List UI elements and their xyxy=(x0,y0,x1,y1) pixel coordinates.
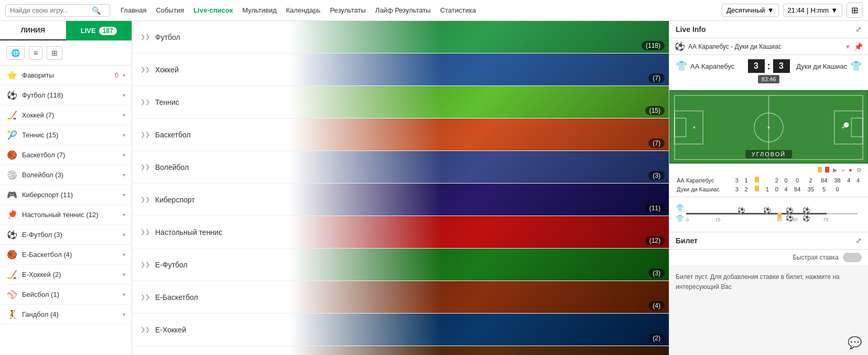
sport-row-name-4: Волейбол xyxy=(155,163,189,171)
match-time-badge: 83:46 xyxy=(758,75,780,83)
stats-t2-v2: 2 xyxy=(742,185,751,193)
ticket-title: Билет xyxy=(676,236,698,245)
sport-row-0[interactable]: ❯❯ Футбол (118) xyxy=(132,21,669,53)
sport-row-name-8: Е-Баскетбол xyxy=(155,293,198,302)
sport-row-left-8: ❯❯ Е-Баскетбол xyxy=(132,293,289,302)
stats-t1-v2: 1 xyxy=(742,176,751,185)
stats-t1-v1: 3 xyxy=(732,176,742,185)
nav-link--------[interactable]: События xyxy=(156,6,184,14)
nav-link--------[interactable]: Главная xyxy=(121,6,146,14)
nav-link----------------[interactable]: Лайф Результаты xyxy=(375,6,431,14)
svg-point-6 xyxy=(693,126,695,128)
sidebar-item-6[interactable]: 🎮 Киберспорт (11) ▾ xyxy=(0,185,132,205)
sport-row-image-6: (12) xyxy=(289,216,669,249)
nav-link-----------[interactable]: Результаты xyxy=(330,6,365,14)
sport-row-image-8: (4) xyxy=(289,281,669,314)
ticket-expand-icon[interactable]: ⤢ xyxy=(855,236,862,245)
nav-link----------[interactable]: Мультивид xyxy=(242,6,277,14)
sport-row-chevron-8: ❯❯ xyxy=(140,294,150,300)
svg-point-10 xyxy=(844,122,849,127)
stats-t2-v9: 0 xyxy=(831,185,844,193)
sport-row-chevron-9: ❯❯ xyxy=(140,326,150,333)
sport-row-name-3: Баскетбол xyxy=(155,131,191,139)
nav-link-----------[interactable]: Статистика xyxy=(440,6,476,14)
sport-row-3[interactable]: ❯❯ Баскетбол (7) xyxy=(132,119,669,151)
grid-view-button[interactable]: ⊞ xyxy=(847,3,863,18)
top-navigation: 🔍 ГлавнаяСобытияLive-списокМультивидКале… xyxy=(0,0,868,21)
search-box[interactable]: 🔍 xyxy=(5,4,110,17)
quick-bet-toggle[interactable] xyxy=(843,253,862,262)
sport-row-1[interactable]: ❯❯ Хоккей (7) xyxy=(132,53,669,86)
soccer-field: УГЛОВОЙ xyxy=(669,90,868,164)
sport-row-name-9: Е-Хоккей xyxy=(155,326,186,334)
sport-row-6[interactable]: ❯❯ Настольный теннис (12) xyxy=(132,216,669,249)
sidebar-item-label-3: Теннис (15) xyxy=(22,131,118,139)
sidebar-item-4[interactable]: 🏀 Баскетбол (7) ▾ xyxy=(0,145,132,165)
sport-row-10[interactable]: ❯❯ Бейсбол (1) xyxy=(132,346,669,355)
sport-row-count-1: (7) xyxy=(648,73,665,83)
grid-icon-button[interactable]: ⊞ xyxy=(47,46,62,60)
sport-row-left-0: ❯❯ Футбол xyxy=(132,33,289,41)
pin-icon[interactable]: 📌 xyxy=(854,42,863,51)
sport-row-left-7: ❯❯ Е-Футбол xyxy=(132,261,289,269)
chat-icon-button[interactable]: 💬 xyxy=(848,336,862,350)
match-selector[interactable]: ⚽ АА Карапебус - Дуки ди Кашиас ▼ 📌 xyxy=(669,38,868,55)
sport-row-4[interactable]: ❯❯ Волейбол (3) xyxy=(132,151,669,184)
score2: 3 xyxy=(773,59,790,73)
odds-format-dropdown[interactable]: Десятичный ▼ xyxy=(722,4,778,17)
sidebar-item-2[interactable]: 🏒 Хоккей (7) ▾ xyxy=(0,105,132,125)
sidebar-chevron-8: ▾ xyxy=(123,232,125,238)
globe-icon-button[interactable]: 🌐 xyxy=(6,46,25,60)
search-icon: 🔍 xyxy=(92,6,101,15)
sidebar-item-7[interactable]: 🏓 Настольный теннис (12) ▾ xyxy=(0,205,132,225)
sport-icon-7: 🏓 xyxy=(6,210,18,220)
time-display[interactable]: 21:44 | H:mm ▼ xyxy=(783,4,842,17)
sport-row-chevron-4: ❯❯ xyxy=(140,164,150,170)
svg-rect-8 xyxy=(851,118,863,137)
expand-icon[interactable]: ⤢ xyxy=(855,25,862,34)
sport-row-7[interactable]: ❯❯ Е-Футбол (3) xyxy=(132,249,669,281)
sidebar-item-9[interactable]: 🏀 Е-Баскетбол (4) ▾ xyxy=(0,245,132,265)
sidebar-item-12[interactable]: 🤾 Гандбол (4) ▾ xyxy=(0,305,132,325)
sidebar-item-10[interactable]: 🏒 Е-Хоккей (2) ▾ xyxy=(0,265,132,285)
sidebar-item-5[interactable]: 🏐 Волейбол (3) ▾ xyxy=(0,165,132,185)
sport-row-2[interactable]: ❯❯ Теннис (15) xyxy=(132,86,669,119)
ticket-empty-text: Билет пуст. Для добавления ставки в биле… xyxy=(669,266,868,298)
sport-icon-6: 🎮 xyxy=(6,190,18,200)
time-format: H:mm xyxy=(810,6,829,14)
sport-row-chevron-6: ❯❯ xyxy=(140,229,150,235)
sidebar-item-0[interactable]: ⭐ Фавориты 0 ▾ xyxy=(0,66,132,85)
stats-table: АА Карапебус 3 1 2 0 0 2 84 38 4 4 Дуки … xyxy=(675,176,863,193)
tab-liniya[interactable]: ЛИНИЯ xyxy=(0,21,66,40)
time-chevron-icon: ▼ xyxy=(831,6,838,14)
sport-row-chevron-3: ❯❯ xyxy=(140,131,150,138)
sidebar-item-label-12: Гандбол (4) xyxy=(22,310,118,318)
stats-t1-v4: 0 xyxy=(782,176,791,185)
match-selector-chevron: ▼ xyxy=(845,44,851,50)
nav-link----------[interactable]: Календарь xyxy=(286,6,321,14)
search-input[interactable] xyxy=(10,6,89,14)
list-icon-button[interactable]: ≡ xyxy=(29,46,42,60)
timeline-event-4: ⚽ xyxy=(802,207,810,214)
sport-row-9[interactable]: ❯❯ Е-Хоккей (2) xyxy=(132,314,669,346)
sidebar-item-11[interactable]: ⚾ Бейсбол (1) ▾ xyxy=(0,285,132,305)
timeline-event-6: ⚽ xyxy=(802,214,810,222)
nav-link-live-------[interactable]: Live-список xyxy=(193,6,233,14)
sport-row-count-8: (4) xyxy=(648,301,665,310)
sport-row-image-1: (7) xyxy=(289,53,669,86)
sport-row-image-10: (1) xyxy=(289,346,669,355)
timeline-yellow-card xyxy=(777,212,782,220)
ticket-section: Билет ⤢ Быстрая ставка Билет пуст. Для д… xyxy=(669,232,868,355)
match-ball-icon: ⚽ xyxy=(675,41,685,51)
sidebar-item-label-4: Баскетбол (7) xyxy=(22,151,118,159)
tab-live[interactable]: LIVE 187 xyxy=(66,21,132,40)
sport-row-count-9: (2) xyxy=(648,334,665,343)
team2-name: Дуки ди Кашиас xyxy=(793,62,848,70)
sidebar-item-label-7: Настольный теннис (12) xyxy=(22,211,118,219)
sport-row-8[interactable]: ❯❯ Е-Баскетбол (4) xyxy=(132,281,669,314)
sidebar-item-8[interactable]: ⚽ Е-Футбол (3) ▾ xyxy=(0,225,132,245)
stats-section: ▶ » ● ⚙ АА Карапебус 3 1 2 0 0 2 84 38 4 xyxy=(669,164,868,197)
sport-row-5[interactable]: ❯❯ Киберспорт (11) xyxy=(132,184,669,216)
sidebar-item-1[interactable]: ⚽ Футбол (118) ▾ xyxy=(0,85,132,105)
sidebar-item-3[interactable]: 🎾 Теннис (15) ▾ xyxy=(0,125,132,145)
